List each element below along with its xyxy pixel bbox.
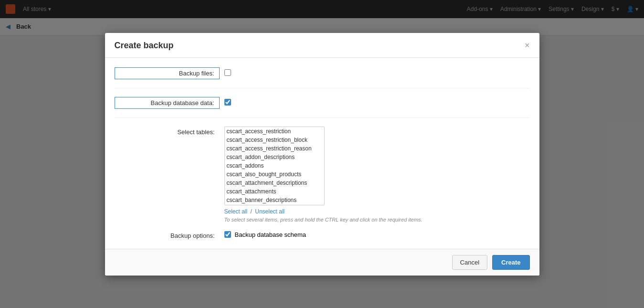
select-tables-label: Select tables:: [115, 127, 220, 136]
backup-database-row: Backup database data:: [115, 97, 530, 118]
select-tables-control: cscart_access_restrictioncscart_access_r…: [220, 127, 530, 223]
backup-files-control: [220, 69, 530, 77]
backup-schema-checkbox[interactable]: [224, 231, 231, 238]
backup-database-control: [220, 99, 530, 107]
close-button[interactable]: ×: [525, 41, 530, 50]
backup-schema-label: Backup database schema: [235, 231, 306, 238]
create-button[interactable]: Create: [492, 255, 529, 270]
unselect-all-link[interactable]: Unselect all: [255, 208, 285, 215]
backup-options-control: Backup database schema: [220, 231, 530, 238]
backup-database-label: Backup database data:: [115, 97, 220, 109]
modal-body: Backup files: Backup database data: Sele…: [105, 58, 539, 249]
modal-title: Create backup: [115, 41, 174, 51]
select-links: Select all / Unselect all: [224, 208, 530, 215]
hint-text: To select several items, press and hold …: [224, 217, 530, 223]
backup-files-label: Backup files:: [115, 67, 220, 79]
tables-select[interactable]: cscart_access_restrictioncscart_access_r…: [224, 127, 325, 205]
backup-options-row: Backup options: Backup database schema: [115, 231, 530, 239]
modal-dialog: Create backup × Backup files: Backup dat…: [105, 33, 539, 276]
select-all-link[interactable]: Select all: [224, 208, 248, 215]
modal-overlay: Create backup × Backup files: Backup dat…: [0, 0, 644, 308]
separator: /: [251, 208, 252, 215]
backup-options-label: Backup options:: [115, 231, 220, 239]
modal-header: Create backup ×: [105, 33, 539, 58]
modal-footer: Cancel Create: [105, 249, 539, 276]
cancel-button[interactable]: Cancel: [452, 255, 487, 270]
backup-files-row: Backup files:: [115, 67, 530, 88]
backup-database-checkbox[interactable]: [224, 99, 231, 106]
select-tables-row: Select tables: cscart_access_restriction…: [115, 127, 530, 223]
backup-files-checkbox[interactable]: [224, 69, 231, 76]
